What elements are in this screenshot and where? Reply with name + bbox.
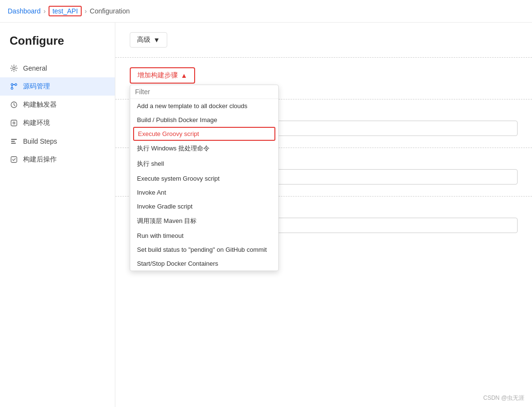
add-build-step-label: 增加构建步骤 bbox=[137, 71, 178, 80]
chevron-down-icon: ▼ bbox=[153, 36, 160, 44]
dropdown-item-start-stop-docker[interactable]: Start/Stop Docker Containers bbox=[130, 257, 278, 271]
gear-icon bbox=[10, 64, 18, 73]
dropdown-item-invoke-maven[interactable]: 调用顶层 Maven 目标 bbox=[130, 213, 278, 229]
watermark: CSDN @虫无涯 bbox=[483, 394, 524, 402]
breadcrumb-sep-1: › bbox=[44, 7, 46, 15]
sidebar: Configure General 源码管理 bbox=[0, 23, 115, 407]
sidebar-item-build-steps[interactable]: Build Steps bbox=[0, 132, 115, 150]
sidebar-label-general: General bbox=[23, 64, 47, 72]
filter-input[interactable] bbox=[135, 88, 273, 96]
breadcrumb-dashboard[interactable]: Dashboard bbox=[8, 7, 41, 15]
sidebar-label-build-env: 构建环境 bbox=[23, 119, 50, 127]
sidebar-title: Configure bbox=[0, 34, 115, 59]
divider-1 bbox=[115, 57, 532, 58]
advanced-button[interactable]: 高级 ▼ bbox=[130, 32, 167, 48]
build-step-container: 增加构建步骤 ▲ Add a new template to all docke… bbox=[130, 67, 195, 84]
svg-rect-8 bbox=[11, 141, 15, 142]
sidebar-item-general[interactable]: General bbox=[0, 59, 115, 77]
breadcrumb: Dashboard › test_API › Configuration bbox=[0, 0, 532, 23]
trigger-icon bbox=[10, 100, 18, 109]
source-icon bbox=[10, 82, 18, 91]
dropdown-filter bbox=[130, 85, 278, 99]
dropdown-item-add-docker[interactable]: Add a new template to all docker clouds bbox=[130, 99, 278, 113]
dropdown-item-exec-shell[interactable]: 执行 shell bbox=[130, 156, 278, 172]
svg-point-0 bbox=[13, 67, 15, 70]
svg-rect-9 bbox=[11, 143, 16, 144]
dropdown-menu: Add a new template to all docker clouds … bbox=[130, 85, 279, 271]
steps-icon bbox=[10, 137, 18, 146]
svg-rect-5 bbox=[11, 120, 17, 126]
dropdown-item-build-docker[interactable]: Build / Publish Docker Image bbox=[130, 113, 278, 127]
sidebar-item-build-env[interactable]: 构建环境 bbox=[0, 114, 115, 132]
advanced-label: 高级 bbox=[137, 36, 150, 44]
dropdown-item-run-timeout[interactable]: Run with timeout bbox=[130, 229, 278, 243]
sidebar-item-build-trigger[interactable]: 构建触发器 bbox=[0, 96, 115, 114]
main-content: 高级 ▼ 增加构建步骤 ▲ Add a new template to all … bbox=[115, 23, 532, 407]
breadcrumb-configuration: Configuration bbox=[90, 7, 130, 15]
dropdown-item-invoke-ant[interactable]: Invoke Ant bbox=[130, 185, 278, 199]
sidebar-label-build-steps: Build Steps bbox=[23, 137, 57, 145]
sidebar-label-post-build: 构建后操作 bbox=[23, 155, 57, 164]
dropdown-item-set-build-status[interactable]: Set build status to "pending" on GitHub … bbox=[130, 243, 278, 257]
add-build-step-button[interactable]: 增加构建步骤 ▲ bbox=[130, 67, 195, 84]
svg-rect-7 bbox=[11, 139, 17, 140]
dropdown-item-exec-windows[interactable]: 执行 Windows 批处理命令 bbox=[130, 141, 278, 156]
dropdown-item-exec-system-groovy[interactable]: Execute system Groovy script bbox=[130, 172, 278, 185]
sidebar-label-build-trigger: 构建触发器 bbox=[23, 100, 57, 109]
sidebar-item-post-build[interactable]: 构建后操作 bbox=[0, 150, 115, 169]
svg-rect-10 bbox=[11, 157, 17, 162]
breadcrumb-sep-2: › bbox=[85, 7, 87, 15]
post-icon bbox=[10, 155, 18, 164]
chevron-up-icon: ▲ bbox=[181, 72, 187, 79]
breadcrumb-test-api[interactable]: test_API bbox=[49, 6, 82, 16]
svg-point-6 bbox=[13, 122, 15, 124]
sidebar-label-source-mgmt: 源码管理 bbox=[23, 82, 50, 91]
dropdown-item-execute-groovy[interactable]: Execute Groovy script bbox=[133, 127, 275, 141]
sidebar-item-source-mgmt[interactable]: 源码管理 bbox=[0, 77, 115, 96]
env-icon bbox=[10, 119, 18, 127]
dropdown-item-invoke-gradle[interactable]: Invoke Gradle script bbox=[130, 199, 278, 213]
